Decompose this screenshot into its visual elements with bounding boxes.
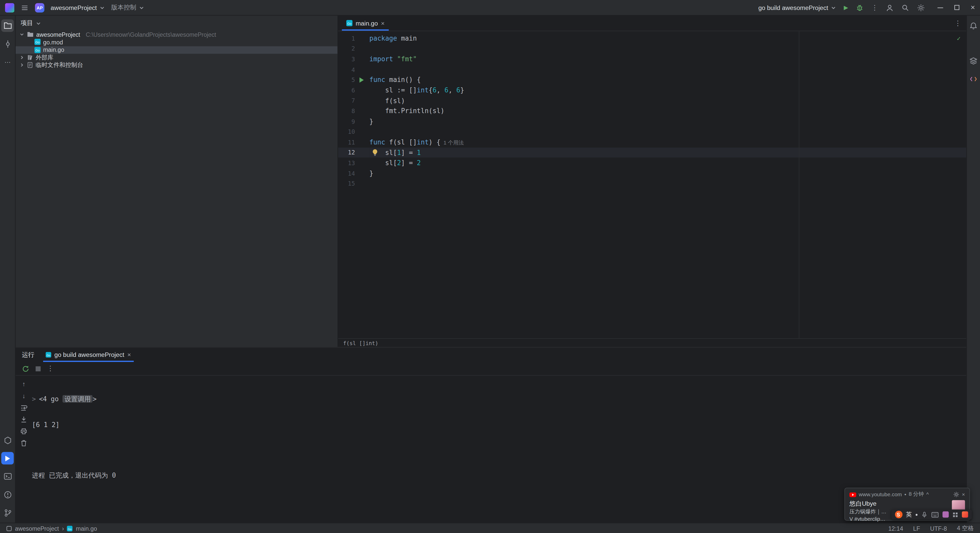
indent-widget[interactable]: 4 空格	[957, 524, 974, 532]
code-line-6[interactable]: sl := []int{6, 6, 6}	[369, 85, 966, 95]
debug-bug-icon[interactable]	[856, 3, 864, 11]
breadcrumb-file[interactable]: main.go	[76, 525, 97, 532]
gutter-line-3[interactable]: 3	[338, 54, 369, 64]
gutter-line-7[interactable]: 7	[338, 95, 369, 106]
ime-language-indicator[interactable]: 英	[906, 511, 912, 519]
gutter-line-10[interactable]: 10	[338, 127, 369, 137]
problems-tool-icon[interactable]	[1, 488, 14, 501]
user-account-icon[interactable]	[886, 3, 894, 11]
editor-options-kebab-icon[interactable]: ⋮	[955, 19, 966, 27]
soft-wrap-icon[interactable]	[20, 404, 27, 411]
more-actions-icon[interactable]: ⋮	[871, 3, 878, 11]
run-tab-close-icon[interactable]: ×	[127, 351, 131, 358]
tree-item-go-mod[interactable]: Go go.mod	[16, 38, 337, 46]
code-line-5[interactable]: func main() {	[369, 75, 966, 85]
gutter-line-13[interactable]: 13	[338, 158, 369, 168]
run-tab-go-build[interactable]: Go go build awesomeProject ×	[42, 348, 135, 362]
gutter-line-4[interactable]: 4	[338, 64, 369, 75]
code-line-10[interactable]	[369, 127, 966, 137]
caret-position-widget[interactable]: 12:14	[888, 525, 903, 532]
gutter-line-11[interactable]: 11	[338, 137, 369, 147]
notification-settings-gear-icon[interactable]	[953, 492, 959, 498]
gutter-line-5[interactable]: 5	[338, 75, 369, 85]
run-config-selector[interactable]: go build awesomeProject	[758, 4, 836, 11]
ime-logo-icon[interactable]	[962, 511, 968, 517]
chevron-right-icon[interactable]	[19, 55, 24, 60]
chevron-down-icon[interactable]	[19, 32, 24, 37]
settings-call-chip[interactable]: 设置调用	[63, 395, 93, 403]
more-tool-windows-icon[interactable]: ⋯	[1, 56, 14, 68]
inspections-ok-icon[interactable]: ✓	[957, 35, 961, 42]
editor[interactable]: 123456789101112131415 package mainimport…	[338, 31, 966, 338]
code-line-7[interactable]: f(sl)	[369, 95, 966, 106]
code-line-15[interactable]	[369, 178, 966, 189]
stop-icon[interactable]	[36, 366, 41, 371]
tree-item-external-libraries[interactable]: 外部库	[16, 54, 337, 61]
gutter-line-15[interactable]: 15	[338, 178, 369, 189]
gutter-line-14[interactable]: 14	[338, 168, 369, 178]
ime-skin-icon[interactable]	[942, 511, 948, 517]
terminal-tool-icon[interactable]	[1, 470, 14, 483]
code-line-1[interactable]: package main	[369, 33, 966, 44]
code-line-8[interactable]: fmt.Println(sl)	[369, 106, 966, 116]
print-icon[interactable]	[20, 428, 27, 435]
tree-item-scratches[interactable]: 临时文件和控制台	[16, 61, 337, 69]
tab-close-icon[interactable]: ×	[381, 20, 385, 27]
code-line-14[interactable]: }	[369, 168, 966, 178]
up-arrow-icon[interactable]: ↑	[22, 380, 25, 388]
usages-inlay-hint[interactable]: 1 个用法	[441, 139, 464, 145]
commit-tool-icon[interactable]	[1, 38, 14, 50]
code-line-2[interactable]	[369, 43, 966, 54]
tree-root-awesomeproject[interactable]: awesomeProject C:\Users\meowr\GolandProj…	[16, 31, 337, 38]
gutter-line-1[interactable]: 1	[338, 33, 369, 44]
notifications-bell-icon[interactable]	[967, 19, 980, 32]
project-tool-icon[interactable]	[1, 19, 14, 32]
window-close-button[interactable]: ×	[970, 4, 975, 11]
run-tool-icon[interactable]	[1, 452, 14, 465]
code-line-3[interactable]: import "fmt"	[369, 54, 966, 64]
clear-trash-icon[interactable]	[20, 439, 27, 447]
code-line-12[interactable]: sl[1] = 1	[369, 147, 966, 158]
services-tool-icon[interactable]	[1, 434, 14, 447]
chevron-right-icon[interactable]	[19, 63, 24, 68]
intention-bulb-icon[interactable]	[372, 149, 378, 156]
microphone-icon[interactable]	[921, 511, 928, 518]
main-menu-icon[interactable]	[21, 3, 29, 11]
database-layers-icon[interactable]	[967, 54, 980, 67]
code-tags-icon[interactable]	[967, 73, 980, 85]
code-line-11[interactable]: func f(sl []int) { 1 个用法	[369, 137, 966, 147]
settings-gear-icon[interactable]	[917, 3, 925, 11]
gutter-line-6[interactable]: 6	[338, 85, 369, 95]
keyboard-icon[interactable]	[931, 512, 939, 517]
rerun-icon[interactable]	[22, 365, 29, 372]
project-switcher[interactable]: awesomeProject	[51, 4, 105, 11]
git-branch-tool-icon[interactable]	[1, 506, 14, 519]
ime-toolbox-grid-icon[interactable]	[953, 512, 958, 517]
breadcrumb-project[interactable]: awesomeProject	[15, 525, 59, 532]
chevron-down-icon[interactable]	[36, 21, 41, 26]
scroll-to-end-icon[interactable]	[20, 416, 27, 423]
gutter-line-12[interactable]: 12	[338, 147, 369, 158]
window-maximize-button[interactable]	[955, 5, 959, 10]
tab-main-go[interactable]: Go main.go ×	[341, 16, 390, 31]
code-line-4[interactable]	[369, 64, 966, 75]
run-panel-title[interactable]: 运行	[22, 350, 35, 359]
run-button[interactable]: ▶	[844, 4, 848, 11]
encoding-widget[interactable]: UTF-8	[930, 525, 947, 532]
run-main-gutter-icon[interactable]	[355, 76, 368, 83]
gutter-line-2[interactable]: 2	[338, 43, 369, 54]
tree-item-main-go[interactable]: Go main.go	[16, 46, 337, 54]
run-more-kebab-icon[interactable]: ⋮	[47, 364, 54, 373]
vcs-widget[interactable]: 版本控制	[111, 3, 145, 12]
down-arrow-icon[interactable]: ↓	[22, 392, 25, 399]
sogou-input-icon[interactable]: S	[895, 511, 902, 518]
code-line-9[interactable]: }	[369, 116, 966, 127]
line-separator-widget[interactable]: LF	[913, 525, 920, 532]
window-minimize-button[interactable]	[937, 7, 943, 8]
notification-close-icon[interactable]: ×	[962, 492, 965, 498]
code-line-13[interactable]: sl[2] = 2	[369, 158, 966, 168]
gutter-line-8[interactable]: 8	[338, 106, 369, 116]
search-icon[interactable]	[901, 3, 909, 11]
gutter-line-9[interactable]: 9	[338, 116, 369, 127]
project-panel-title[interactable]: 项目	[21, 19, 33, 27]
